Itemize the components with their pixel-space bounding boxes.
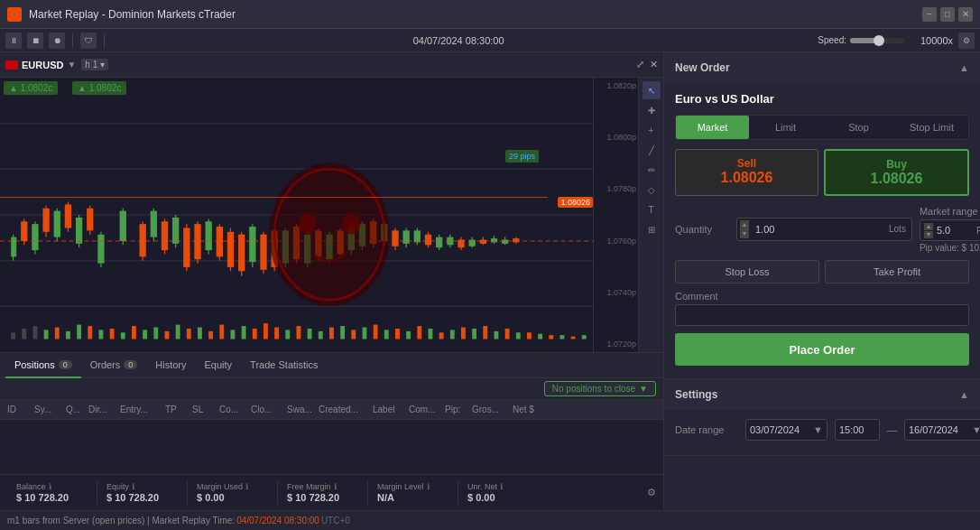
comment-label: Comment: [675, 291, 969, 302]
shield-button[interactable]: 🛡: [80, 33, 97, 49]
settings-header[interactable]: Settings ▲: [664, 379, 980, 410]
svg-rect-57: [582, 335, 587, 339]
tab-trade-statistics[interactable]: Trade Statistics: [241, 353, 327, 378]
svg-rect-25: [231, 330, 236, 339]
no-positions-button[interactable]: No positions to close ▼: [544, 381, 656, 396]
quantity-market-range-row: Quantity ▲ ▼ Lots Market range ℹ: [675, 205, 969, 253]
timeframe-button[interactable]: h 1 ▾: [81, 59, 108, 70]
quantity-unit: Lots: [883, 224, 911, 234]
range-up[interactable]: ▲: [924, 223, 933, 230]
maximize-button[interactable]: □: [940, 7, 955, 22]
margin-level-info-icon[interactable]: ℹ: [427, 482, 430, 491]
buy-button[interactable]: Buy 1.08026: [824, 149, 969, 196]
svg-rect-52: [527, 332, 532, 339]
free-margin-info-icon[interactable]: ℹ: [334, 482, 337, 491]
speed-slider[interactable]: [850, 38, 904, 43]
stop-button[interactable]: ⏹: [27, 33, 43, 49]
svg-rect-77: [87, 209, 93, 231]
crosshair-tool[interactable]: ✚: [643, 101, 661, 119]
col-entry: Entry...: [116, 404, 162, 414]
price-tick-2: 1.0800p: [596, 133, 636, 142]
table-toolbar: No positions to close ▼: [0, 378, 663, 400]
pencil-tool[interactable]: ✏: [643, 161, 661, 179]
chart-close-icon[interactable]: ✕: [650, 59, 658, 70]
comment-row: Comment: [675, 291, 969, 326]
qty-up-button[interactable]: ▲: [740, 220, 749, 229]
order-type-market[interactable]: Market: [676, 116, 749, 139]
col-clo: Clo...: [247, 404, 283, 414]
line-tool[interactable]: ╱: [643, 141, 661, 159]
fib-tool[interactable]: ⊞: [643, 220, 661, 238]
order-type-stop[interactable]: Stop: [822, 116, 895, 139]
time-from-input[interactable]: [839, 424, 875, 435]
unr-net-info-icon[interactable]: ℹ: [500, 482, 503, 491]
svg-rect-46: [461, 327, 466, 339]
metrics-bar: Balance ℹ $ 10 728.20 Equity ℹ $ 10 728.…: [0, 474, 663, 510]
positions-badge: 0: [59, 360, 72, 369]
svg-rect-18: [153, 327, 158, 339]
market-range-group: Market range ℹ ▲ ▼ Pips Pip value: $ 10.…: [920, 205, 980, 253]
sell-button[interactable]: Sell 1.08026: [675, 149, 818, 196]
svg-rect-27: [253, 329, 257, 339]
market-range-input[interactable]: [937, 225, 973, 236]
order-type-limit[interactable]: Limit: [749, 116, 822, 139]
settings-button[interactable]: ⚙: [958, 33, 975, 49]
date-to-input[interactable]: [909, 424, 972, 435]
svg-rect-47: [472, 329, 476, 339]
zoom-tool[interactable]: +: [643, 121, 661, 139]
cursor-tool[interactable]: ↖: [643, 81, 661, 99]
tab-equity[interactable]: Equity: [196, 353, 242, 378]
pause-button[interactable]: ⏸: [5, 33, 22, 49]
speed-value: 10000x: [908, 35, 953, 46]
chart-expand-icon[interactable]: ⤢: [636, 59, 644, 70]
svg-rect-36: [351, 330, 356, 339]
take-profit-button[interactable]: Take Profit: [825, 260, 969, 284]
svg-rect-44: [439, 332, 444, 339]
sell-label: Sell: [683, 157, 810, 170]
place-order-button[interactable]: Place Order: [675, 333, 969, 366]
close-button[interactable]: ✕: [958, 7, 973, 22]
stop-loss-button[interactable]: Stop Loss: [675, 260, 819, 284]
tab-orders[interactable]: Orders 0: [81, 353, 147, 378]
range-down[interactable]: ▼: [924, 231, 933, 238]
minimize-button[interactable]: −: [922, 7, 937, 22]
svg-rect-29: [274, 327, 279, 339]
col-dir: Dir...: [85, 404, 116, 414]
qty-down-button[interactable]: ▼: [740, 229, 749, 238]
new-order-header[interactable]: New Order ▲: [664, 52, 980, 83]
chart-area[interactable]: ▲ 1.0802c ▲ 1.0802c 29 pips 1.08026: [0, 78, 593, 352]
svg-rect-28: [263, 323, 268, 339]
datetime-display: 04/07/2024 08:30:00: [112, 35, 805, 46]
svg-point-149: [269, 163, 390, 306]
dropdown-arrow[interactable]: ▼: [813, 424, 823, 435]
balance-info-icon[interactable]: ℹ: [49, 482, 51, 491]
col-comment: Com...: [405, 404, 441, 414]
quantity-input[interactable]: [752, 224, 883, 235]
buy-label: Buy: [833, 158, 960, 171]
tab-history[interactable]: History: [146, 353, 195, 378]
margin-used-info-icon[interactable]: ℹ: [245, 482, 248, 491]
metric-balance: Balance ℹ $ 10 728.20: [7, 480, 97, 505]
svg-rect-55: [560, 335, 565, 339]
margin-level-label: Margin Level: [377, 482, 424, 491]
order-type-stop-limit[interactable]: Stop Limit: [895, 116, 968, 139]
current-price-tag: 1.08026: [558, 197, 593, 208]
buy-price: 1.08026: [833, 171, 960, 187]
col-swap: Swa...: [283, 404, 315, 414]
dropdown-arrow-2[interactable]: ▼: [972, 424, 980, 435]
svg-rect-99: [249, 227, 255, 262]
col-sl: SL: [189, 404, 216, 414]
tab-positions[interactable]: Positions 0: [5, 353, 81, 378]
comment-input[interactable]: [675, 304, 969, 326]
orders-badge: 0: [124, 360, 137, 369]
no-positions-text: No positions to close: [552, 384, 635, 394]
shape-tool[interactable]: ◇: [643, 181, 661, 199]
toolbar-separator-2: [104, 33, 105, 48]
text-tool[interactable]: T: [643, 200, 661, 219]
quantity-input-group: ▲ ▼ Lots: [736, 218, 912, 241]
equity-info-icon[interactable]: ℹ: [132, 482, 134, 491]
date-from-input[interactable]: [750, 424, 813, 435]
svg-rect-17: [143, 330, 147, 339]
record-button[interactable]: ⏺: [49, 33, 65, 49]
metrics-settings-icon[interactable]: ⚙: [647, 487, 656, 498]
